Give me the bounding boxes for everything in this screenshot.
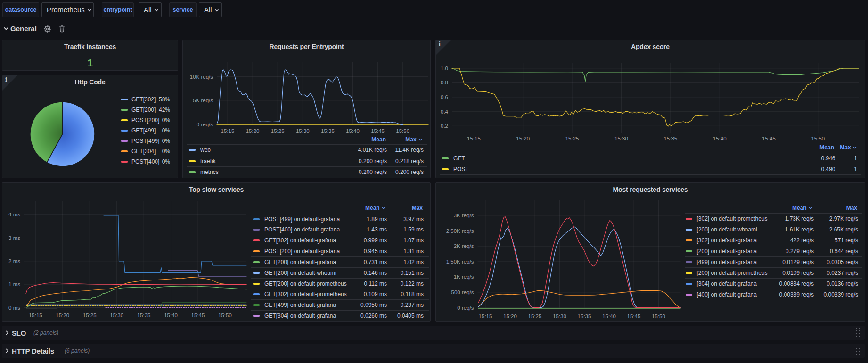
svg-text:15:50: 15:50 [811, 136, 825, 141]
svg-text:15:50: 15:50 [218, 313, 232, 318]
svg-text:1.50K req/s: 1.50K req/s [446, 259, 474, 264]
svg-text:15:40: 15:40 [164, 313, 178, 318]
svg-text:15:20: 15:20 [503, 314, 517, 319]
svg-text:15:15: 15:15 [221, 128, 235, 134]
svg-text:15:25: 15:25 [83, 313, 97, 318]
svg-text:2.50K req/s: 2.50K req/s [446, 228, 474, 234]
svg-text:15:35: 15:35 [137, 313, 151, 318]
svg-text:15:25: 15:25 [271, 128, 285, 134]
svg-text:0 req/s: 0 req/s [457, 305, 474, 311]
svg-text:15:35: 15:35 [663, 136, 677, 141]
svg-text:15:15: 15:15 [479, 314, 492, 319]
svg-text:1K req/s: 1K req/s [454, 274, 474, 280]
svg-text:15:20: 15:20 [246, 128, 260, 134]
svg-text:2K req/s: 2K req/s [454, 243, 474, 249]
svg-text:3K req/s: 3K req/s [454, 213, 474, 218]
svg-text:15:30: 15:30 [296, 128, 310, 134]
svg-text:15:40: 15:40 [346, 128, 360, 134]
svg-text:15:30: 15:30 [553, 314, 566, 319]
svg-text:15:45: 15:45 [371, 128, 385, 134]
svg-text:3 ms: 3 ms [8, 235, 20, 241]
svg-text:15:15: 15:15 [467, 136, 481, 141]
svg-text:0.2: 0.2 [441, 123, 448, 129]
svg-text:15:20: 15:20 [516, 136, 530, 141]
svg-text:1.0: 1.0 [441, 66, 448, 71]
svg-text:15:25: 15:25 [528, 314, 542, 319]
svg-text:15:50: 15:50 [652, 314, 665, 319]
svg-text:15:35: 15:35 [578, 314, 591, 319]
svg-text:500 req/s: 500 req/s [451, 289, 474, 295]
svg-text:15:35: 15:35 [321, 128, 335, 134]
svg-text:0.6: 0.6 [441, 94, 448, 100]
svg-text:0 req/s: 0 req/s [197, 122, 213, 127]
svg-text:15:25: 15:25 [565, 136, 579, 141]
svg-text:15:45: 15:45 [762, 136, 776, 141]
svg-text:0 ms: 0 ms [8, 305, 20, 311]
svg-text:15:30: 15:30 [110, 313, 123, 318]
svg-text:4 ms: 4 ms [8, 212, 20, 217]
svg-text:15:40: 15:40 [602, 314, 616, 319]
svg-text:10K req/s: 10K req/s [190, 74, 213, 80]
svg-text:15:30: 15:30 [614, 136, 628, 141]
svg-text:0.4: 0.4 [441, 109, 449, 115]
svg-text:2 ms: 2 ms [8, 258, 20, 264]
svg-text:5K req/s: 5K req/s [193, 98, 213, 103]
svg-text:15:15: 15:15 [29, 313, 42, 318]
svg-text:15:45: 15:45 [627, 314, 641, 319]
svg-text:1 ms: 1 ms [8, 281, 20, 287]
svg-text:15:45: 15:45 [191, 313, 205, 318]
svg-text:15:20: 15:20 [56, 313, 69, 318]
svg-text:15:40: 15:40 [713, 136, 727, 141]
svg-text:0.8: 0.8 [441, 80, 448, 85]
svg-text:15:50: 15:50 [396, 128, 409, 134]
